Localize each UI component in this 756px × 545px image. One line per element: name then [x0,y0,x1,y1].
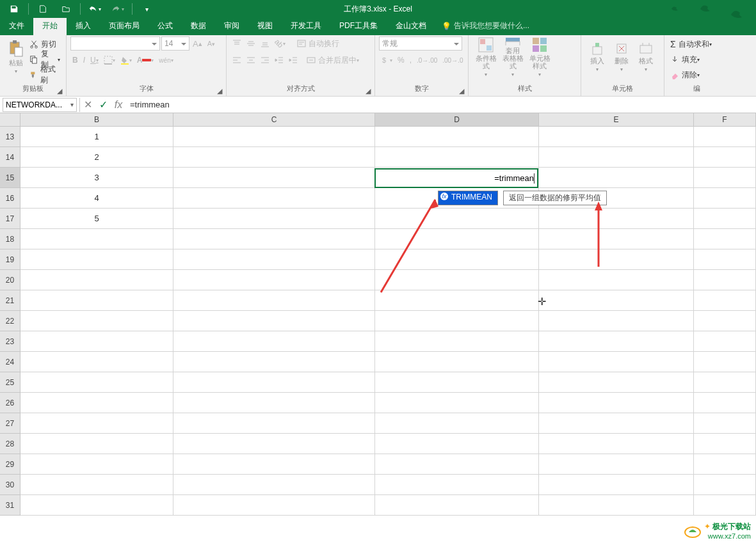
tell-me-search[interactable]: 💡告诉我您想要做什么... [435,17,536,35]
row-header[interactable]: 26 [0,393,20,413]
cell[interactable] [20,475,173,494]
cell[interactable]: 4 [20,188,173,208]
cell[interactable] [173,290,375,310]
active-cell[interactable]: =trimmean [374,168,538,188]
row-header[interactable]: 22 [0,311,20,331]
cell[interactable] [694,188,756,208]
tab-developer[interactable]: 开发工具 [282,17,330,35]
cell[interactable] [375,413,539,433]
cell[interactable] [375,454,539,474]
row-header[interactable]: 24 [0,352,20,372]
cell[interactable] [539,168,694,187]
cell[interactable] [20,372,173,392]
cell[interactable] [694,290,756,310]
cancel-formula-icon[interactable]: ✕ [80,98,95,112]
font-size-combo[interactable]: 14 [161,36,189,51]
cell[interactable] [694,147,756,167]
format-painter-button[interactable]: 格式刷 [28,68,62,82]
cell[interactable]: 1 [20,127,173,146]
cell[interactable] [694,413,756,433]
decrease-decimal-icon[interactable]: .00→.0 [440,53,465,67]
wrap-text-button[interactable]: 自动换行 [295,36,341,51]
comma-icon[interactable]: , [408,53,414,67]
cell[interactable] [375,495,539,515]
dialog-launcher-icon[interactable]: ◢ [56,85,63,93]
cell[interactable] [539,127,694,146]
cell[interactable] [20,290,173,310]
row-header[interactable]: 14 [0,147,20,168]
cell[interactable] [694,331,756,351]
cell[interactable] [173,229,375,249]
row-header[interactable]: 23 [0,331,20,352]
spreadsheet-grid[interactable]: BCDEF 1314151617181920212223242526272829… [0,113,756,545]
number-format-combo[interactable]: 常规 [379,36,462,51]
fill-color-button[interactable]: ▾ [118,53,134,67]
cell[interactable] [539,475,694,494]
fx-icon[interactable]: fx [111,98,126,112]
tab-wps[interactable]: 金山文档 [387,17,435,35]
underline-button[interactable]: U▾ [88,53,101,67]
paste-button[interactable]: 粘贴▾ [4,36,28,79]
row-header[interactable]: 17 [0,209,20,229]
cell[interactable]: 3 [20,168,173,187]
cell[interactable] [173,209,375,228]
name-box[interactable]: NETWORKDA... [3,98,77,112]
tab-data[interactable]: 数据 [182,17,215,35]
row-header[interactable]: 27 [0,413,20,434]
cell[interactable] [20,434,173,454]
cell[interactable] [173,270,375,290]
redo-icon[interactable]: ▾ [109,1,127,17]
decrease-indent-icon[interactable] [273,53,286,67]
bold-button[interactable]: B [70,53,80,67]
tab-pdf[interactable]: PDF工具集 [330,17,387,35]
accounting-format-icon[interactable]: $▾ [379,53,394,67]
cell[interactable] [20,229,173,249]
cell[interactable] [20,352,173,372]
cell[interactable] [375,127,539,146]
cell[interactable] [694,372,756,392]
format-table-button[interactable]: 套用 表格格式▾ [499,36,526,79]
cell[interactable] [694,127,756,146]
cell[interactable] [694,168,756,187]
cell[interactable] [20,413,173,433]
tab-insert[interactable]: 插入 [67,17,100,35]
tab-file[interactable]: 文件 [0,17,33,35]
formula-bar-input[interactable]: =trimmean [126,98,756,112]
dialog-launcher-icon[interactable]: ◢ [458,85,465,93]
row-header[interactable]: 25 [0,372,20,393]
row-header[interactable]: 13 [0,127,20,147]
row-header[interactable]: 31 [0,495,20,516]
increase-indent-icon[interactable] [287,53,300,67]
row-header[interactable]: 15 [0,168,20,188]
italic-button[interactable]: I [81,53,87,67]
cell[interactable] [375,352,539,372]
align-bottom-icon[interactable] [259,36,271,51]
insert-cells-button[interactable]: 插入▾ [585,36,609,79]
cell[interactable] [539,311,694,331]
cell[interactable] [173,454,375,474]
cell[interactable] [539,290,694,310]
undo-icon[interactable]: ▾ [86,1,104,17]
cell[interactable] [375,372,539,392]
increase-font-icon[interactable]: A▴ [191,36,204,51]
delete-cells-button[interactable]: 删除▾ [609,36,634,79]
cell[interactable] [539,209,694,228]
column-header[interactable]: E [539,113,694,126]
cell[interactable] [539,434,694,454]
cell[interactable] [539,352,694,372]
format-cells-button[interactable]: 格式▾ [634,36,658,79]
cell[interactable] [375,331,539,351]
cell[interactable] [694,495,756,515]
cell[interactable]: 2 [20,147,173,167]
select-all-corner[interactable] [0,113,20,126]
cell[interactable] [173,495,375,515]
open-file-icon[interactable] [57,1,75,17]
clear-button[interactable]: 清除▾ [668,68,725,82]
cell[interactable] [539,229,694,249]
cell[interactable] [375,475,539,494]
align-middle-icon[interactable] [245,36,257,51]
align-center-icon[interactable] [245,53,257,67]
autosum-button[interactable]: Σ自动求和▾ [668,37,725,51]
cell[interactable] [20,331,173,351]
save-icon[interactable] [5,1,23,17]
